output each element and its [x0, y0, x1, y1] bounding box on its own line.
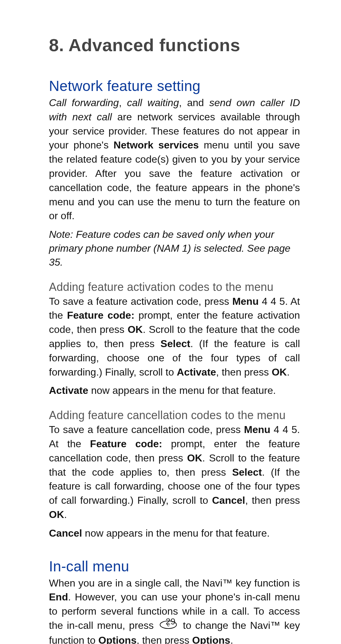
page-number: 29 [0, 617, 341, 627]
manual-page: 8. Advanced functions Network feature se… [0, 0, 341, 644]
section-heading-incall: In-call menu [49, 558, 300, 575]
bold-menu: Menu [244, 424, 271, 435]
bold-cancel: Cancel [212, 495, 245, 506]
bold-activate-result: Activate [49, 385, 88, 396]
bold-ok: OK [187, 452, 202, 464]
italic-call-forwarding: Call forwarding [49, 97, 119, 108]
text-run: , then press [136, 635, 192, 644]
text-sep: , and [179, 97, 209, 108]
bold-select: Select [232, 466, 262, 478]
text-run: To save a feature activation code, press [49, 296, 232, 307]
text-run: now appears in the menu for that feature… [88, 385, 276, 396]
text-run: . [64, 509, 67, 520]
bold-cancel-result: Cancel [49, 527, 82, 539]
text-sep: , [119, 97, 127, 108]
bold-ok: OK [128, 324, 143, 335]
text-run: , then press [216, 366, 272, 378]
text-run: menu until you save the related feature … [49, 139, 300, 221]
cancellation-paragraph: To save a feature cancellation code, pre… [49, 423, 300, 522]
text-run: . [287, 366, 290, 378]
network-intro-paragraph: Call forwarding, call waiting, and send … [49, 96, 300, 223]
subheading-activation: Adding feature activation codes to the m… [49, 280, 300, 294]
bold-network-services: Network services [114, 139, 199, 151]
activation-result: Activate now appears in the menu for tha… [49, 383, 300, 398]
bold-end: End [49, 591, 68, 603]
italic-call-waiting: call waiting [127, 97, 179, 108]
bold-ok: OK [49, 509, 64, 520]
bold-select: Select [160, 338, 190, 349]
cancellation-result: Cancel now appears in the menu for that … [49, 526, 300, 540]
text-run: . [230, 635, 233, 644]
chapter-title: 8. Advanced functions [49, 35, 300, 55]
text-run: , then press [245, 495, 300, 506]
activation-paragraph: To save a feature activation code, press… [49, 294, 300, 379]
text-run: now appears in the menu for that feature… [82, 527, 270, 539]
bold-ok: OK [272, 366, 287, 378]
subheading-cancellation: Adding feature cancellation codes to the… [49, 409, 300, 422]
bold-feature-code: Feature code: [90, 438, 162, 449]
note-feature-codes: Note: Feature codes can be saved only wh… [49, 227, 300, 269]
bold-activate: Activate [177, 366, 216, 378]
text-run: When you are in a single call, the Navi™… [49, 577, 300, 589]
section-heading-network: Network feature setting [49, 77, 300, 94]
text-run: To save a feature cancellation code, pre… [49, 424, 244, 435]
bold-menu: Menu [232, 296, 259, 307]
bold-options: Options [99, 635, 137, 644]
incall-paragraph: When you are in a single call, the Navi™… [49, 576, 300, 644]
bold-options: Options [192, 635, 230, 644]
bold-feature-code: Feature code: [67, 310, 135, 321]
